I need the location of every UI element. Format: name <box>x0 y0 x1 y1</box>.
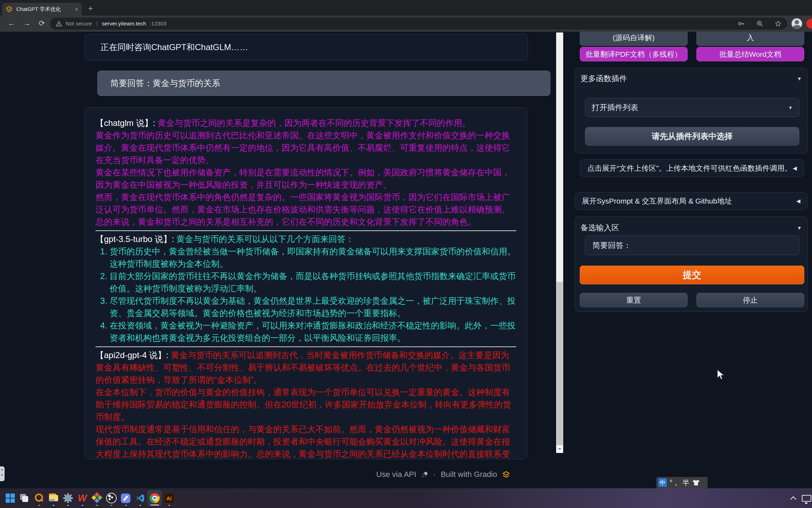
gpt35-intro: 黄金与货币的关系可以从以下几个方面来回答： <box>176 234 354 244</box>
running-dot <box>139 505 141 506</box>
windows-start-icon[interactable] <box>3 490 17 507</box>
plugin-button-cropped-right[interactable]: 入 <box>696 32 804 46</box>
settings-gear-icon[interactable] <box>61 490 75 507</box>
second-screen-icon[interactable] <box>802 495 811 502</box>
batch-summarize-word-button[interactable]: 批量总结Word文档 <box>696 47 804 61</box>
gear-glyph <box>63 493 73 503</box>
built-with-gradio-link[interactable]: Built with Gradio <box>441 470 497 479</box>
accordion-label: 点击展开“文件上传区”。上传本地文件可供红色函数插件调用。 <box>587 163 792 173</box>
key-icon[interactable] <box>737 20 745 27</box>
submit-button[interactable]: 提交 <box>580 266 804 284</box>
chevron-down-icon: ▼ <box>797 76 802 81</box>
reset-button[interactable]: 重置 <box>580 293 688 307</box>
url-host: server.yiteam.tech <box>102 20 146 27</box>
accordion-label: 展开SysPrompt & 交互界面布局 & Github地址 <box>582 196 732 206</box>
back-button[interactable]: ← <box>8 19 15 28</box>
browser-tabstrip: ChatGPT 学术优化 × + <box>0 0 812 16</box>
url-divider: | <box>96 20 98 27</box>
running-dot <box>53 505 55 506</box>
new-tab-button[interactable]: + <box>88 4 93 13</box>
chat-scrollbar[interactable] <box>556 32 563 453</box>
scroll-down-icon <box>558 448 561 450</box>
gradio-favicon <box>6 6 13 13</box>
user-message-bubble: 简要回答：黄金与货币的关系 <box>97 71 550 96</box>
chatglm-paragraph: 然而，黄金在现代货币体系中的角色仍然是复杂的。一些国家将黄金视为国际货币，因为它… <box>96 191 516 216</box>
alt-input-header[interactable]: 备选输入区 ▼ <box>580 218 802 238</box>
chatglm-paragraph: 黄金在某些情况下也被用作储备资产，特别是在需要流动性的情况下。例如，美国政府习惯… <box>96 166 516 191</box>
active-indicator <box>150 504 159 506</box>
more-plugins-header[interactable]: 更多函数插件 ▼ <box>580 68 802 89</box>
gpt35-list-item: 货币的历史中，黄金曾经被当做一种货币储备，即国家持有的黄金储备可以用来支撑国家货… <box>110 245 516 270</box>
gpt4-first-paragraph: 【api2d-gpt-4 说】: 黄金与货币的关系可以追溯到古代，当时黄金被用作… <box>96 349 516 386</box>
select-plugin-button[interactable]: 请先从插件列表中选择 <box>585 127 799 146</box>
ime-toolbar[interactable]: 中 °， 半 <box>656 477 708 488</box>
use-via-api-link[interactable]: Use via API <box>376 470 416 479</box>
tray-chevron-up-icon[interactable] <box>790 496 797 500</box>
search-handle <box>40 498 43 502</box>
scrollbar-thumb[interactable] <box>556 282 563 446</box>
button-label: 请先从插件列表中选择 <box>652 131 733 142</box>
alt-input-textbox[interactable]: 简要回答： <box>585 236 799 255</box>
sysprompt-accordion[interactable]: 展开SysPrompt & 交互界面布局 & Github地址 ◀ <box>574 192 808 210</box>
plugin-list-dropdown[interactable]: 打开插件列表 ▼ <box>585 98 799 117</box>
obs-studio-icon[interactable] <box>104 490 118 507</box>
running-dot <box>38 505 40 506</box>
taskbar: W Ai <box>0 488 812 508</box>
taskbar-icons: W Ai <box>3 488 176 508</box>
task-view-icon[interactable] <box>17 490 32 507</box>
plugin-button-source-self-translate[interactable]: (源码自译解) <box>580 32 688 46</box>
section-divider <box>96 230 516 231</box>
wps-office-icon[interactable]: W <box>75 490 90 507</box>
gpt35-first-paragraph: 【gpt-3.5-turbo 说】: 黄金与货币的关系可以从以下几个方面来回答： <box>96 233 516 245</box>
reload-button[interactable]: ⟳ <box>39 19 45 28</box>
chatglm-text: 黄金与货币之间的关系是复杂的，因为两者在不同的历史背景下发挥了不同的作用。 <box>158 118 470 128</box>
panel-title: 备选输入区 <box>580 223 619 233</box>
browser-tab[interactable]: ChatGPT 学术优化 × <box>2 3 82 16</box>
avatar-head <box>795 20 799 24</box>
file-upload-accordion[interactable]: 点击展开“文件上传区”。上传本地文件可供红色函数插件调用。 ◀ <box>580 159 804 177</box>
shirt-icon[interactable] <box>692 479 700 486</box>
profile-avatar[interactable] <box>792 18 802 29</box>
search-icon[interactable] <box>32 490 46 507</box>
button-label: 提交 <box>683 269 701 281</box>
notes-app-icon[interactable] <box>118 490 133 507</box>
user-message: 简要回答：黄金与货币的关系 <box>110 78 220 89</box>
bot-status-bubble: 正在同时咨询ChatGPT和ChatGLM…… <box>85 34 528 61</box>
gpt35-label: 【gpt-3.5-turbo 说】 <box>96 234 172 244</box>
accordion-arrow-icon: ◀ <box>793 165 797 171</box>
tab-close-icon[interactable]: × <box>75 6 78 12</box>
monitor-stand <box>805 502 807 503</box>
bookmark-star-icon[interactable] <box>775 20 782 27</box>
diagram-app-icon[interactable] <box>90 490 104 507</box>
label-separator: : <box>172 234 176 244</box>
bot-answer-bubble: 【chatglm 说】: 黄金与货币之间的关系是复杂的，因为两者在不同的历史背景… <box>85 107 527 459</box>
dropdown-value: 打开插件列表 <box>592 102 638 113</box>
scrollbar-down-button[interactable] <box>556 445 563 453</box>
batch-translate-pdf-button[interactable]: 批量翻译PDF文档（多线程） <box>580 47 688 61</box>
stop-button[interactable]: 停止 <box>696 293 804 307</box>
ime-width-mode[interactable]: 半 <box>682 478 689 488</box>
running-dot <box>81 505 84 506</box>
footer-dot: · <box>433 470 436 479</box>
vscode-icon[interactable] <box>133 490 147 507</box>
running-dot <box>168 505 170 506</box>
button-label: (源码自译解) <box>613 33 655 43</box>
chrome-glyph <box>150 493 160 503</box>
button-label: 停止 <box>743 295 758 305</box>
ai-glyph: Ai <box>164 493 174 503</box>
chrome-icon[interactable] <box>147 490 162 506</box>
illustrator-icon[interactable]: Ai <box>162 490 176 507</box>
file-explorer-icon[interactable] <box>46 490 61 507</box>
vscode-glyph <box>136 494 145 503</box>
folder-accent <box>50 499 55 501</box>
zoom-in-icon[interactable] <box>756 20 763 27</box>
running-dot <box>110 505 112 506</box>
ime-language-indicator[interactable]: 中 <box>658 478 667 487</box>
forward-button[interactable]: → <box>23 19 31 28</box>
address-bar[interactable]: Not secure | server.yiteam.tech :12303 <box>50 18 787 30</box>
running-dot <box>125 505 127 506</box>
gpt4-paragraph: 在金本位制下，货币的价值与黄金的价值挂钩，通常表现为一个货币单位可以兑换一定重量… <box>96 386 516 423</box>
chevron-down-icon: ▼ <box>797 225 802 231</box>
ime-punct-mode[interactable]: °， <box>670 478 679 488</box>
diamond-glyph <box>91 492 103 504</box>
